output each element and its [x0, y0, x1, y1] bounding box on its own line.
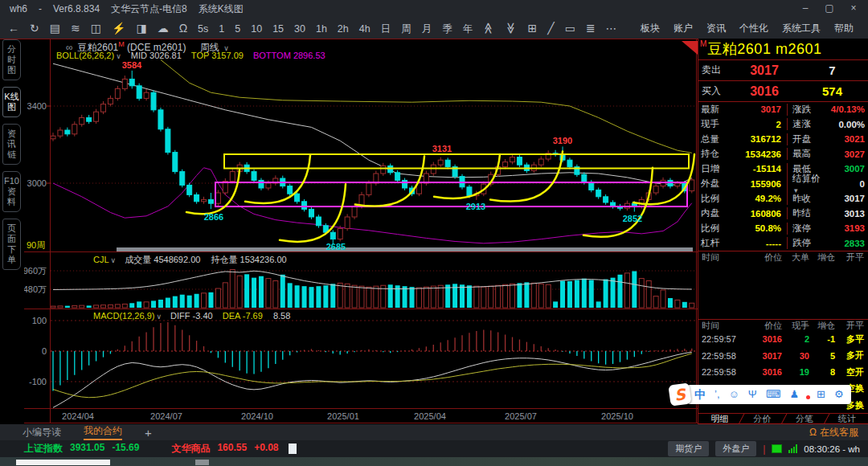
chinese-mode-icon[interactable]: 中	[694, 385, 706, 404]
quote-value: 3193	[824, 223, 865, 233]
minimize-button[interactable]: –	[796, 2, 815, 16]
quote-value: 3013	[824, 209, 865, 219]
column-header: 时间	[698, 320, 745, 332]
quote-value: 0.00%	[824, 120, 865, 129]
menu-item-板块[interactable]: 板块	[641, 22, 660, 35]
draw-line-icon[interactable]: ╱	[547, 22, 554, 35]
quote-panel-tabs: 明细分价分笔统计	[698, 414, 868, 424]
keyboard-icon[interactable]: ⌨	[766, 385, 781, 404]
maximize-button[interactable]: ▢	[820, 2, 839, 16]
period-button-年[interactable]: 年	[463, 23, 473, 35]
mic-icon[interactable]: Ψ	[748, 385, 757, 404]
account-icon[interactable]: ♟	[789, 385, 799, 404]
sidebar-tab-K线图[interactable]: K线图	[2, 87, 21, 117]
back-icon[interactable]: ←	[8, 22, 19, 35]
period-button-4h[interactable]: 4h	[359, 23, 371, 35]
account-button-外盘户[interactable]: 外盘户	[715, 441, 756, 456]
quote-row: 持仓1534236最高3027	[698, 147, 868, 162]
punctuation-icon[interactable]: ’,	[714, 385, 720, 404]
tab-分笔[interactable]: 分笔	[784, 414, 826, 424]
menu-item-个性化[interactable]: 个性化	[739, 22, 768, 35]
objects-icon[interactable]: ≣	[586, 22, 596, 35]
sidebar-tab-页面下单[interactable]: 页面下单	[2, 219, 21, 270]
period-button-30[interactable]: 30	[294, 23, 305, 35]
tick-time: 22:59:58	[698, 351, 745, 361]
quote-value: 4/0.13%	[824, 104, 865, 114]
online-service-button[interactable]: Ω在线客服	[809, 426, 858, 439]
settlement-dropdown[interactable]: 结算价▾	[787, 173, 824, 194]
menu-item-系统工具[interactable]: 系统工具	[782, 22, 821, 35]
tab-统计[interactable]: 统计	[825, 414, 868, 424]
bottom-tab-我的合约[interactable]: 我的合约	[84, 424, 122, 440]
svg-text:2852: 2852	[623, 214, 642, 223]
trend-line-icon[interactable]: ≋	[71, 22, 80, 35]
macd-value: 8.58	[273, 311, 290, 321]
menu-item-帮助[interactable]: 帮助	[834, 22, 854, 35]
boll-indicator-selector[interactable]: BOLL(26,26,2)∨	[56, 51, 121, 60]
collapse-up-icon[interactable]: ≪	[482, 22, 495, 35]
draw-rect-icon[interactable]: ▭	[565, 22, 575, 35]
server-node: 文华云节点-电信8	[111, 2, 187, 16]
chart-h-scrollbar[interactable]	[117, 247, 693, 251]
index-name: 文华商品	[171, 442, 210, 456]
quote-row: 日增-15114最低3007	[698, 161, 868, 177]
bottom-tab-小编导读[interactable]: 小编导读	[23, 426, 61, 439]
quote-board-icon[interactable]: ▤	[50, 22, 60, 35]
insert-pane-icon[interactable]: ⊞	[527, 22, 537, 35]
period-button-15[interactable]: 15	[272, 23, 284, 35]
volume-indicator-selector[interactable]: CJL∨	[93, 255, 116, 264]
period-button-10[interactable]: 10	[251, 23, 262, 35]
tick-direction: 多开	[837, 350, 866, 362]
refresh-icon[interactable]: ↻	[30, 22, 39, 35]
period-button-季[interactable]: 季	[442, 23, 452, 35]
period-button-日[interactable]: 日	[381, 23, 391, 35]
menu-item-账户[interactable]: 账户	[674, 22, 693, 35]
drawn-rectangle[interactable]	[215, 182, 687, 206]
period-button-2h[interactable]: 2h	[338, 23, 349, 35]
tick-lots: 30	[784, 351, 811, 361]
drawn-swoosh[interactable]	[633, 154, 694, 204]
account-button-期货户[interactable]: 期货户	[668, 441, 709, 456]
alert-bell-icon[interactable]: Ω	[179, 22, 187, 35]
quote-label: 开盘	[787, 133, 824, 145]
tick-oi-change: 5	[811, 351, 837, 361]
settings-icon[interactable]: ⚙	[834, 385, 844, 404]
period-button-5s[interactable]: 5s	[198, 23, 208, 35]
tick-time: 22:59:57	[698, 334, 745, 344]
tab-分价[interactable]: 分价	[741, 414, 784, 424]
emoji-icon[interactable]: ☺	[729, 385, 739, 404]
sidebar-tab-F10资料[interactable]: F10资料	[2, 171, 21, 212]
macd-indicator-selector[interactable]: MACD(12,26,9)∨	[93, 311, 162, 321]
sidebar-tab-分时图[interactable]: 分时图	[2, 39, 21, 80]
apps-icon[interactable]: ⊞	[817, 385, 825, 404]
cloud-download-icon[interactable]: ☁	[158, 22, 169, 35]
period-button-周[interactable]: 周	[401, 23, 411, 35]
kline-chart-icon[interactable]: ◨	[136, 22, 146, 35]
period-button-月[interactable]: 月	[422, 23, 432, 35]
kline-tool-icon[interactable]: ◫	[91, 22, 101, 35]
period-button-1[interactable]: 1	[219, 23, 224, 35]
menu-item-资讯[interactable]: 资讯	[706, 22, 726, 35]
close-button[interactable]: ×	[844, 2, 863, 16]
tab-明细[interactable]: 明细	[698, 414, 741, 424]
corner-flag-icon	[682, 41, 698, 55]
period-button-1h[interactable]: 1h	[316, 23, 327, 35]
flash-icon[interactable]: ⚡	[112, 22, 125, 35]
svg-text:3131: 3131	[432, 144, 452, 153]
macd-header: MACD(12,26,9)∨ DIFF -3.40 DEA -7.69 8.58	[93, 311, 290, 321]
drawn-swoosh[interactable]	[355, 156, 424, 206]
quote-value: 3017	[824, 194, 865, 203]
tick-row: 22:59:583016198空开	[698, 364, 868, 381]
add-tab-button[interactable]: +	[145, 426, 152, 439]
svg-text:2025/04: 2025/04	[414, 411, 446, 421]
drawn-rectangle[interactable]	[224, 154, 689, 169]
more-icon[interactable]: ⋯	[606, 22, 617, 35]
open-interest-value: 持仓量 1534236.00	[211, 255, 286, 264]
sogou-logo[interactable]: S	[668, 382, 691, 406]
kline-chart-canvas[interactable]: 34003000960万480万1000-1002024/042024/0720…	[24, 39, 698, 424]
index-name: 上证指数	[24, 442, 63, 456]
big-order-table: 时间价位大单增仓开平	[698, 251, 868, 320]
period-button-5[interactable]: 5	[235, 23, 240, 35]
sidebar-tab-资讯链[interactable]: 资讯链	[2, 124, 21, 165]
expand-down-icon[interactable]: ≫	[505, 22, 518, 35]
